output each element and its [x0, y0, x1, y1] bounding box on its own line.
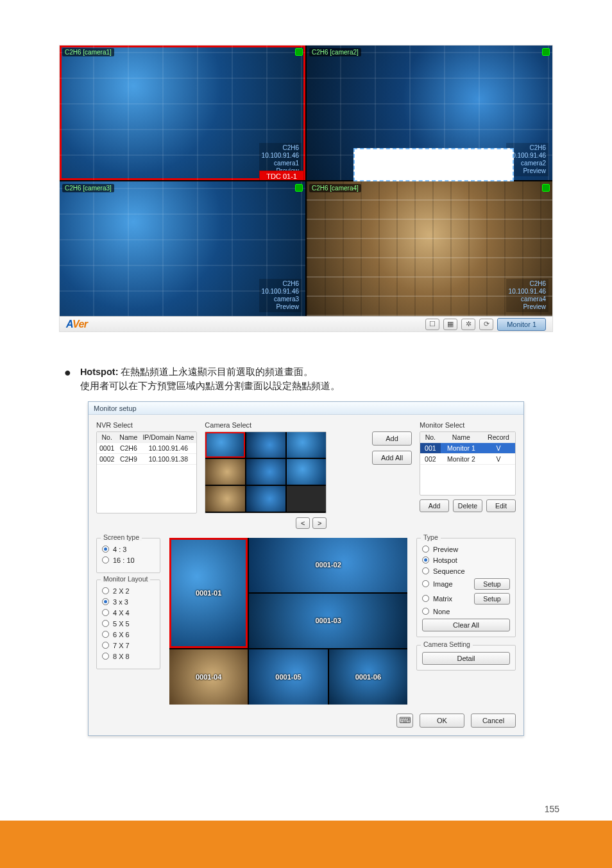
radio-hotspot[interactable]: Hotspot: [422, 556, 510, 564]
left-options: Screen type 4 : 3 16 : 10 Monitor Layout…: [96, 538, 160, 705]
nvr-label: NVR Select: [96, 421, 197, 429]
layout-cell[interactable]: 0001-05: [249, 649, 327, 704]
monitor-add-button[interactable]: Add: [420, 499, 449, 512]
monitor-select-label: Monitor Select: [420, 421, 516, 429]
camera-select-section: Camera Select: [205, 421, 412, 529]
cancel-button[interactable]: Cancel: [471, 714, 516, 728]
detail-button[interactable]: Detail: [422, 652, 510, 665]
add-all-button[interactable]: Add All: [372, 451, 412, 465]
keyboard-icon[interactable]: ⌨: [396, 714, 413, 728]
radio-preview[interactable]: Preview: [422, 546, 510, 553]
record-indicator-icon: [295, 184, 303, 192]
feed1-name: C2H6 [camera1]: [62, 48, 114, 56]
radio-none[interactable]: None: [422, 608, 510, 615]
dialog-footer: ⌨ OK Cancel: [96, 714, 516, 728]
image-setup-button[interactable]: Setup: [474, 578, 510, 590]
monitor-layout-group: Monitor Layout 2 X 2 3 x 3 4 X 4 5 X 5 6…: [96, 580, 160, 669]
layout-cell[interactable]: 0001-02: [249, 538, 407, 592]
monitor-select-section: Monitor Select No. Name Record 001: [420, 421, 516, 529]
nvr-table[interactable]: No. Name IP/Domain Name 0001 C2H6 10.100…: [96, 431, 197, 513]
camera-setting-group: Camera Setting Detail: [416, 645, 516, 671]
clear-all-button[interactable]: Clear All: [422, 619, 510, 631]
layout-cell-hotspot[interactable]: 0001-01: [169, 538, 248, 649]
radio-16-10[interactable]: 16 : 10: [102, 556, 155, 564]
radio-image[interactable]: Image: [422, 580, 453, 588]
layout-cell[interactable]: 0001-06: [329, 649, 407, 704]
camera-next-button[interactable]: >: [312, 517, 327, 529]
feed3-meta: C2H6 10.100.91.46 camera3 Preview: [259, 279, 302, 312]
desc-rest: 在熱點頻道上永遠顯示目前選取的頻道畫面。: [118, 367, 313, 377]
refresh-icon[interactable]: ⟳: [479, 319, 493, 330]
camera-thumb[interactable]: [205, 486, 244, 512]
right-options: Type Preview Hotspot Sequence Image Setu…: [416, 538, 516, 705]
radio-2x2[interactable]: 2 X 2: [102, 587, 155, 595]
callout-box: [353, 148, 514, 181]
camera-thumb[interactable]: [246, 459, 285, 485]
record-indicator-icon: [542, 184, 550, 192]
camera-thumb[interactable]: [246, 432, 285, 458]
camera-thumb[interactable]: [287, 432, 326, 458]
feed4-name: C2H6 [camera4]: [309, 184, 361, 192]
record-indicator-icon: [295, 48, 303, 56]
bullet-icon: ●: [64, 367, 71, 394]
ok-button[interactable]: OK: [420, 714, 464, 728]
camera-thumb[interactable]: [205, 432, 244, 458]
nvr-select-section: NVR Select No. Name IP/Domain Name 0001: [96, 421, 197, 529]
camera-thumb-empty[interactable]: [287, 486, 326, 512]
preview-stage: C2H6 [camera1] C2H6 10.100.91.46 camera1…: [59, 45, 553, 332]
snapshot-icon[interactable]: ☐: [425, 319, 439, 330]
radio-4x4[interactable]: 4 X 4: [102, 609, 155, 617]
layout-preview-grid[interactable]: 0001-01 0001-02 0001-03 0001-04 0001-05: [169, 538, 407, 705]
radio-7x7[interactable]: 7 X 7: [102, 642, 155, 649]
radio-8x8[interactable]: 8 X 8: [102, 653, 155, 660]
camera-thumb[interactable]: [205, 459, 244, 485]
camera-thumb[interactable]: [287, 459, 326, 485]
monitor-row[interactable]: 002 Monitor 2 V: [420, 453, 515, 464]
video-feed-4[interactable]: C2H6 [camera4] C2H6 10.100.91.46 camera4…: [307, 181, 552, 316]
screen-type-group: Screen type 4 : 3 16 : 10: [96, 538, 160, 573]
radio-5x5[interactable]: 5 X 5: [102, 620, 155, 628]
ptz-badge: TDC 01-1: [259, 171, 304, 180]
layout-cell[interactable]: 0001-04: [169, 649, 248, 704]
video-feed-3[interactable]: C2H6 [camera3] C2H6 10.100.91.46 camera3…: [60, 181, 305, 316]
monitor-delete-button[interactable]: Delete: [453, 499, 482, 512]
radio-matrix[interactable]: Matrix: [422, 595, 452, 603]
document-page: C2H6 [camera1] C2H6 10.100.91.46 camera1…: [0, 0, 612, 868]
camera-prev-button[interactable]: <: [296, 517, 310, 529]
monitor-selector[interactable]: Monitor 1: [497, 318, 546, 331]
feed4-meta: C2H6 10.100.91.46 camera4 Preview: [506, 279, 548, 312]
type-group: Type Preview Hotspot Sequence Image Setu…: [416, 538, 516, 637]
radio-4-3[interactable]: 4 : 3: [102, 546, 155, 553]
stage-bottombar: AVer ☐ ▦ ✲ ⟳ Monitor 1: [60, 316, 552, 331]
camera-select-label: Camera Select: [205, 421, 412, 429]
camera-thumb-grid[interactable]: [205, 431, 327, 513]
feed2-name: C2H6 [camera2]: [309, 48, 361, 56]
desc-line2: 使用者可以在下方預覽區域內點選分割畫面以設定熱點頻道。: [80, 380, 340, 394]
matrix-setup-button[interactable]: Setup: [474, 593, 510, 605]
camera-thumb[interactable]: [246, 486, 285, 512]
desc-bold: Hotspot:: [80, 367, 119, 377]
nvr-row: 0002 C2H9 10.100.91.38: [97, 453, 196, 464]
dialog-title: Monitor setup: [89, 402, 523, 415]
radio-sequence[interactable]: Sequence: [422, 567, 510, 575]
monitor-edit-button[interactable]: Edit: [486, 499, 516, 512]
page-number: 155: [545, 804, 559, 814]
record-indicator-icon: [542, 48, 550, 56]
monitor-table[interactable]: No. Name Record 001 Monitor 1 V: [420, 431, 516, 496]
radio-6x6[interactable]: 6 X 6: [102, 631, 155, 638]
layout-icon[interactable]: ▦: [443, 319, 457, 330]
video-feed-1[interactable]: C2H6 [camera1] C2H6 10.100.91.46 camera1…: [60, 46, 305, 180]
feed3-name: C2H6 [camera3]: [62, 184, 114, 192]
radio-3x3[interactable]: 3 x 3: [102, 598, 155, 606]
add-button[interactable]: Add: [372, 431, 412, 446]
description-block: ● Hotspot: 在熱點頻道上永遠顯示目前選取的頻道畫面。 使用者可以在下方…: [64, 365, 574, 394]
settings-icon[interactable]: ✲: [461, 319, 475, 330]
monitor-row-selected[interactable]: 001 Monitor 1 V: [420, 442, 515, 453]
brand-logo: AVer: [66, 319, 88, 330]
layout-cell[interactable]: 0001-03: [249, 594, 407, 648]
page-footer-bar: 155: [0, 821, 612, 868]
nvr-row: 0001 C2H6 10.100.91.46: [97, 442, 196, 453]
monitor-setup-dialog: Monitor setup NVR Select No. Name IP/Dom…: [88, 401, 524, 736]
